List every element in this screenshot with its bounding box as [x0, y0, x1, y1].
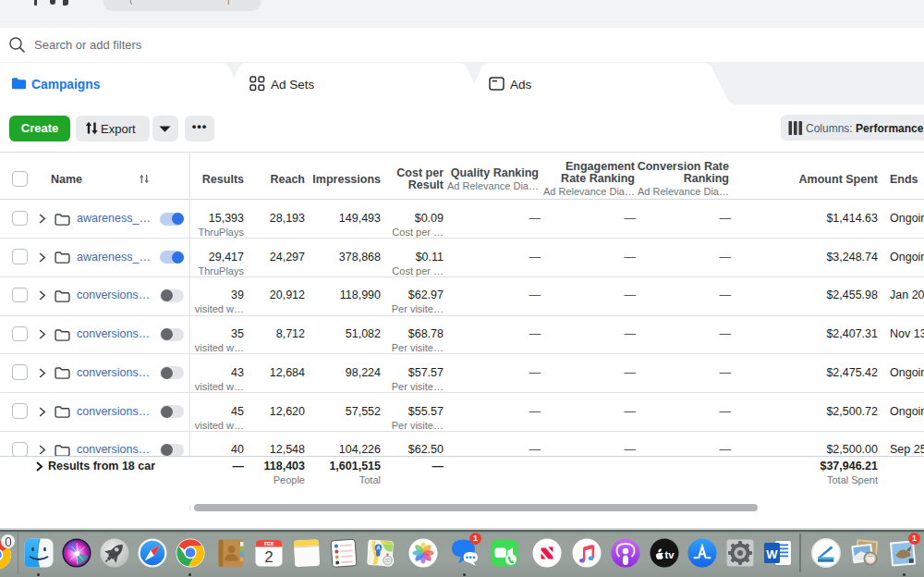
- svg-text:W: W: [766, 547, 778, 561]
- svg-text:2: 2: [264, 548, 273, 566]
- svg-text:FEB: FEB: [264, 541, 274, 546]
- svg-text:3D: 3D: [384, 558, 391, 563]
- svg-text:tv: tv: [664, 549, 675, 560]
